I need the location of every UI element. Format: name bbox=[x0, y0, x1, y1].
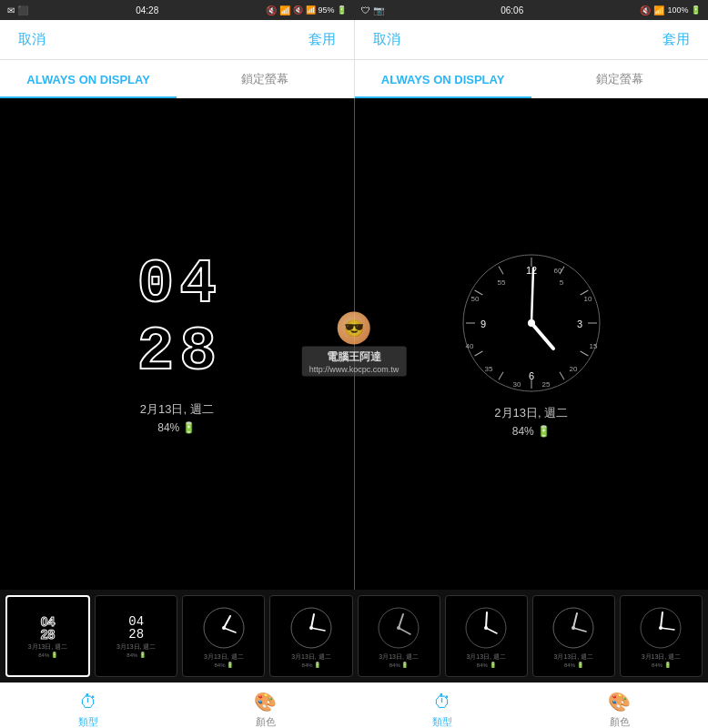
bottom-tab-color-right[interactable]: 🎨 顏色 bbox=[531, 682, 709, 728]
thumb-analog-svg-5 bbox=[376, 605, 421, 651]
left-apply-button[interactable]: 套用 bbox=[308, 31, 336, 48]
svg-line-45 bbox=[486, 628, 497, 633]
color-icon-right: 🎨 bbox=[608, 691, 631, 713]
digital-clock: 0 4 2 8 bbox=[137, 254, 217, 383]
thumbnail-8[interactable]: 3月13日, 週二 84% 🔋 bbox=[620, 595, 703, 677]
bottom-tab-type-left[interactable]: ⏱ 類型 bbox=[0, 682, 177, 728]
minute-digit-8: 8 bbox=[179, 321, 217, 383]
status-bar-right: 🛡 📷 06:06 🔇 📶 100% 🔋 bbox=[354, 0, 708, 20]
bottom-tabs: ⏱ 類型 🎨 顏色 ⏱ 類型 🎨 顏色 bbox=[0, 682, 708, 728]
time-right: 06:06 bbox=[501, 5, 523, 15]
battery-icon-left: 🔋 bbox=[182, 421, 196, 434]
signal-icon-r: 📶 bbox=[653, 5, 664, 15]
left-clock-info: 2月13日, 週二 84% 🔋 bbox=[140, 401, 214, 434]
left-clock-battery: 84% 🔋 bbox=[140, 421, 214, 434]
thumb-analog-svg-7 bbox=[551, 605, 596, 651]
svg-text:25: 25 bbox=[541, 380, 550, 389]
thumbnail-2[interactable]: 0428 3月13日, 週二 84% 🔋 bbox=[95, 595, 177, 677]
svg-text:10: 10 bbox=[583, 295, 592, 303]
svg-point-34 bbox=[222, 626, 226, 630]
svg-line-29 bbox=[531, 268, 533, 323]
svg-point-30 bbox=[528, 319, 535, 327]
svg-line-36 bbox=[311, 614, 314, 628]
analog-clock-container: 12 3 6 9 5 10 15 20 25 30 35 40 50 55 60 bbox=[459, 250, 604, 438]
thumb-2-date: 3月13日, 週二 bbox=[116, 642, 157, 652]
svg-line-5 bbox=[580, 351, 588, 356]
watermark: 😎 電腦王阿達 http://www.kocpc.com.tw bbox=[302, 312, 407, 377]
watermark-title: 電腦王阿達 bbox=[309, 349, 400, 365]
svg-line-32 bbox=[224, 616, 230, 628]
svg-line-41 bbox=[399, 628, 410, 634]
thumb-digital-digits: 0428 bbox=[128, 615, 144, 641]
svg-line-12 bbox=[499, 267, 503, 275]
status-icons-right-left: 🛡 📷 bbox=[361, 5, 384, 15]
thumbnail-1[interactable]: 0428 3月13日, 週二 84% 🔋 bbox=[5, 595, 90, 677]
svg-text:15: 15 bbox=[589, 342, 597, 350]
svg-text:35: 35 bbox=[484, 365, 492, 373]
right-tab-lock[interactable]: 鎖定螢幕 bbox=[531, 60, 708, 98]
left-cancel-button[interactable]: 取消 bbox=[18, 31, 46, 48]
signal-icon: 📶 bbox=[279, 5, 290, 15]
thumb-1-date: 3月13日, 週二 bbox=[28, 642, 68, 652]
hour-digit-4: 4 bbox=[179, 254, 217, 316]
right-apply-button[interactable]: 套用 bbox=[662, 31, 690, 48]
thumb-1-battery: 84% 🔋 bbox=[38, 652, 57, 658]
mute-icon-r: 🔇 bbox=[640, 5, 651, 15]
right-cancel-button[interactable]: 取消 bbox=[373, 31, 400, 48]
watermark-url: http://www.kocpc.com.tw bbox=[309, 365, 400, 374]
thumbnail-6[interactable]: 3月13日, 週二 84% 🔋 bbox=[445, 595, 528, 677]
svg-point-38 bbox=[309, 626, 313, 630]
thumbnail-4[interactable]: 3月13日, 週二 84% 🔋 bbox=[269, 595, 352, 677]
svg-line-44 bbox=[486, 612, 487, 628]
mute-icon: 🔇 bbox=[266, 5, 277, 15]
thumbnail-7[interactable]: 3月13日, 週二 84% 🔋 bbox=[532, 595, 615, 677]
status-bar-left: ✉ ⬛ 04:28 🔇 📶 🔇 📶 95% 🔋 bbox=[0, 0, 354, 20]
minute-digit-2: 2 bbox=[137, 321, 174, 383]
thumb-3-inner: 3月13日, 週二 84% 🔋 bbox=[183, 596, 264, 676]
svg-line-6 bbox=[560, 372, 564, 380]
svg-line-49 bbox=[573, 628, 586, 632]
right-tab-row: ALWAYS ON DISPLAY 鎖定螢幕 bbox=[355, 60, 709, 98]
thumb-analog-svg-8 bbox=[638, 605, 683, 651]
bottom-tab-color-left[interactable]: 🎨 顏色 bbox=[177, 682, 355, 728]
thumbnail-5[interactable]: 3月13日, 週二 84% 🔋 bbox=[358, 595, 440, 677]
thumb-2-battery: 84% 🔋 bbox=[126, 652, 146, 658]
thumb-analog-svg-6 bbox=[463, 605, 509, 651]
svg-text:9: 9 bbox=[480, 318, 486, 329]
left-tab-row: ALWAYS ON DISPLAY 鎖定螢幕 bbox=[0, 60, 354, 98]
bottom-tab-type-right[interactable]: ⏱ 類型 bbox=[354, 682, 531, 728]
left-action-row: 取消 套用 bbox=[0, 20, 354, 60]
svg-line-28 bbox=[531, 323, 553, 349]
left-tab-aod[interactable]: ALWAYS ON DISPLAY bbox=[0, 60, 177, 98]
analog-clock-svg: 12 3 6 9 5 10 15 20 25 30 35 40 50 55 60 bbox=[459, 250, 604, 396]
status-icons-left: ✉ ⬛ bbox=[7, 5, 28, 15]
svg-line-9 bbox=[474, 351, 482, 356]
svg-text:30: 30 bbox=[512, 380, 521, 389]
right-tab-aod[interactable]: ALWAYS ON DISPLAY bbox=[355, 60, 531, 98]
thumb-7-inner: 3月13日, 週二 84% 🔋 bbox=[533, 596, 614, 676]
camera-icon: 📷 bbox=[373, 5, 384, 15]
svg-line-52 bbox=[661, 612, 662, 628]
svg-text:12: 12 bbox=[526, 265, 537, 276]
thumb-analog-svg-3 bbox=[201, 605, 247, 651]
thumb-6-inner: 3月13日, 週二 84% 🔋 bbox=[446, 596, 527, 676]
color-label-left: 顏色 bbox=[256, 715, 276, 728]
svg-line-48 bbox=[573, 613, 577, 628]
extra-icon: ⬛ bbox=[17, 5, 28, 15]
right-clock-date: 2月13日, 週二 bbox=[494, 405, 568, 421]
left-panel-header: 取消 套用 ALWAYS ON DISPLAY 鎖定螢幕 bbox=[0, 20, 354, 98]
svg-line-33 bbox=[224, 628, 236, 632]
left-tab-lock[interactable]: 鎖定螢幕 bbox=[177, 60, 353, 98]
svg-point-50 bbox=[571, 626, 575, 630]
thumbnail-3[interactable]: 3月13日, 週二 84% 🔋 bbox=[182, 595, 265, 677]
type-label-left: 類型 bbox=[78, 715, 98, 729]
svg-point-54 bbox=[659, 626, 662, 630]
right-display-panel: 12 3 6 9 5 10 15 20 25 30 35 40 50 55 60 bbox=[355, 98, 709, 590]
color-icon-left: 🎨 bbox=[254, 691, 277, 713]
main-display-area: 0 4 2 8 2月13日, 週二 84% 🔋 bbox=[0, 98, 708, 590]
battery-right: 100% 🔋 bbox=[667, 5, 701, 15]
battery-percent-left: 🔇 📶 95% 🔋 bbox=[293, 5, 347, 15]
svg-point-42 bbox=[397, 626, 400, 630]
svg-line-40 bbox=[399, 614, 403, 628]
svg-text:5: 5 bbox=[560, 278, 564, 287]
